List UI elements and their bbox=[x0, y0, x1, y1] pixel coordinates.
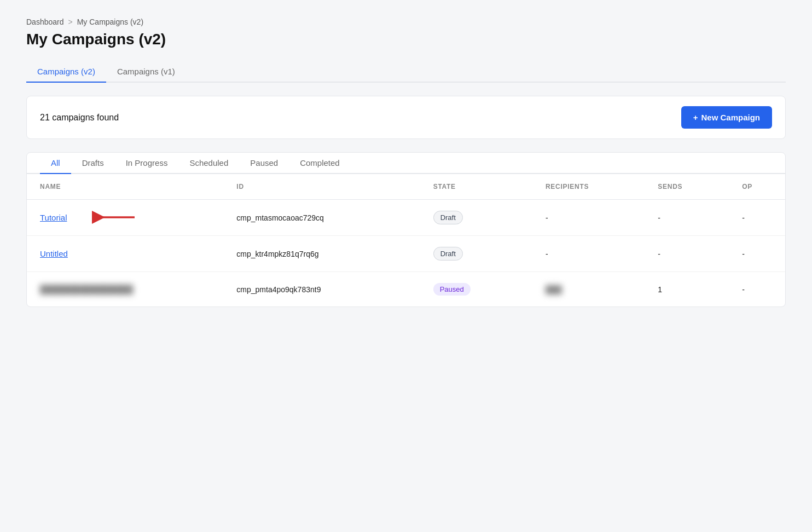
table-cell-name: Untitled bbox=[27, 236, 223, 272]
table-cell-sends: - bbox=[645, 236, 729, 272]
col-header-state: STATE bbox=[420, 174, 532, 200]
filter-tab-completed[interactable]: Completed bbox=[289, 153, 351, 174]
new-campaign-label: New Campaign bbox=[701, 113, 760, 122]
table-cell-state: Draft bbox=[420, 236, 532, 272]
state-badge-draft: Draft bbox=[433, 247, 463, 261]
toolbar: 21 campaigns found + New Campaign bbox=[26, 96, 786, 139]
breadcrumb-separator: > bbox=[68, 18, 73, 26]
table-row: Tutorial cm bbox=[27, 200, 785, 236]
tab-campaigns-v1[interactable]: Campaigns (v1) bbox=[106, 61, 186, 83]
campaign-link-untitled[interactable]: Untitled bbox=[40, 249, 68, 258]
table-header-row: NAME ID STATE RECIPIENTS SENDS OP bbox=[27, 174, 785, 200]
main-table-area: All Drafts In Progress Scheduled Paused … bbox=[26, 152, 786, 307]
table-cell-state: Paused bbox=[420, 272, 532, 307]
filter-tab-all[interactable]: All bbox=[40, 153, 71, 174]
breadcrumb-home[interactable]: Dashboard bbox=[26, 18, 64, 26]
table-cell-name: ████████████████ bbox=[27, 272, 223, 307]
filter-tab-drafts[interactable]: Drafts bbox=[71, 153, 115, 174]
filter-tab-paused[interactable]: Paused bbox=[239, 153, 289, 174]
table-cell-state: Draft bbox=[420, 200, 532, 236]
campaign-link-tutorial[interactable]: Tutorial bbox=[40, 213, 67, 222]
table-cell-id: cmp_pmta4po9qk783nt9 bbox=[223, 272, 420, 307]
col-header-recipients: RECIPIENTS bbox=[532, 174, 645, 200]
table-cell-op: - bbox=[729, 236, 785, 272]
campaign-link-blurred[interactable]: ████████████████ bbox=[40, 285, 133, 294]
col-header-id: ID bbox=[223, 174, 420, 200]
breadcrumb-current: My Campaigns (v2) bbox=[77, 18, 143, 26]
table-cell-recipients: ███ bbox=[532, 272, 645, 307]
table-row: Untitled cmp_ktr4mpkz81q7rq6g Draft - - … bbox=[27, 236, 785, 272]
table-cell-sends: - bbox=[645, 200, 729, 236]
filter-tab-in-progress[interactable]: In Progress bbox=[115, 153, 179, 174]
breadcrumb: Dashboard > My Campaigns (v2) bbox=[26, 18, 786, 26]
table-cell-sends: 1 bbox=[645, 272, 729, 307]
blurred-recipients: ███ bbox=[546, 285, 562, 294]
tab-campaigns-v2[interactable]: Campaigns (v2) bbox=[26, 61, 106, 83]
page-container: Dashboard > My Campaigns (v2) My Campaig… bbox=[0, 0, 812, 532]
page-title: My Campaigns (v2) bbox=[26, 31, 786, 48]
table-cell-id: cmp_mtasmocaoac729cq bbox=[223, 200, 420, 236]
table-row: ████████████████ cmp_pmta4po9qk783nt9 Pa… bbox=[27, 272, 785, 307]
table-cell-recipients: - bbox=[532, 236, 645, 272]
table-cell-name: Tutorial bbox=[27, 200, 223, 236]
table-cell-id: cmp_ktr4mpkz81q7rq6g bbox=[223, 236, 420, 272]
col-header-sends: SENDS bbox=[645, 174, 729, 200]
state-badge-paused: Paused bbox=[433, 283, 471, 296]
table-cell-recipients: - bbox=[532, 200, 645, 236]
filter-tabs: All Drafts In Progress Scheduled Paused … bbox=[27, 153, 785, 174]
red-arrow-annotation bbox=[92, 207, 136, 227]
col-header-op: OP bbox=[729, 174, 785, 200]
campaigns-table: NAME ID STATE RECIPIENTS SENDS OP Tutori… bbox=[27, 174, 785, 307]
campaigns-count: 21 campaigns found bbox=[40, 113, 119, 123]
table-cell-op: - bbox=[729, 200, 785, 236]
plus-icon: + bbox=[693, 113, 698, 122]
version-tabs: Campaigns (v2) Campaigns (v1) bbox=[26, 61, 786, 83]
filter-tab-scheduled[interactable]: Scheduled bbox=[178, 153, 239, 174]
new-campaign-button[interactable]: + New Campaign bbox=[681, 106, 772, 129]
col-header-name: NAME bbox=[27, 174, 223, 200]
state-badge-draft: Draft bbox=[433, 211, 463, 224]
table-cell-op: - bbox=[729, 272, 785, 307]
